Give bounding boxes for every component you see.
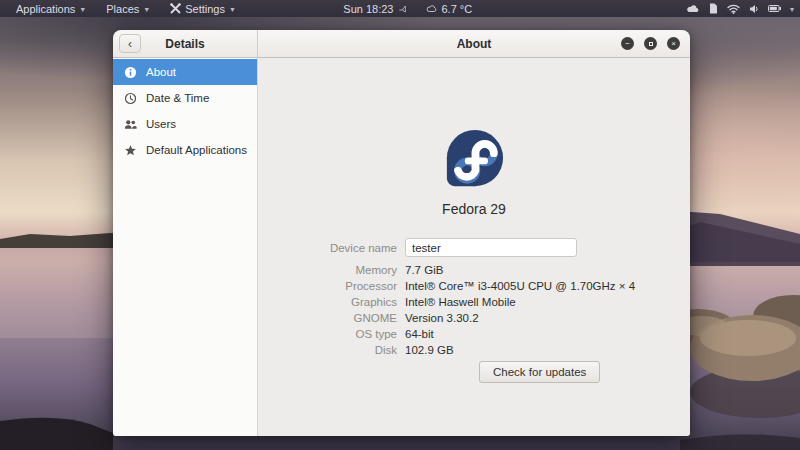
system-tray: ▾ bbox=[687, 0, 794, 17]
battery-icon[interactable] bbox=[768, 5, 781, 12]
field-row-device-name: Device name bbox=[258, 238, 690, 257]
field-row-memory: Memory 7.7 GiB bbox=[258, 264, 690, 276]
sidebar-item-label: Default Applications bbox=[146, 144, 247, 156]
window-controls: − × bbox=[621, 37, 680, 50]
panel-menus: Applications ▼ Places ▼ Settings ▼ bbox=[0, 0, 244, 17]
clock-icon bbox=[123, 91, 137, 105]
sidebar-item-date-time[interactable]: Date & Time bbox=[113, 85, 257, 111]
about-form: Device name Memory 7.7 GiB Processor Int… bbox=[258, 238, 690, 388]
places-menu-label: Places bbox=[106, 3, 139, 15]
field-row-disk: Disk 102.9 GB bbox=[258, 344, 690, 356]
maximize-icon bbox=[649, 42, 653, 46]
field-label: Disk bbox=[258, 344, 405, 356]
settings-menu[interactable]: Settings ▼ bbox=[162, 0, 244, 17]
device-name-input[interactable] bbox=[405, 238, 577, 257]
sidebar-item-label: Date & Time bbox=[146, 92, 209, 104]
cloud-icon[interactable] bbox=[687, 4, 700, 13]
check-for-updates-button[interactable]: Check for updates bbox=[479, 361, 600, 383]
field-row-graphics: Graphics Intel® Haswell Mobile bbox=[258, 296, 690, 308]
weather-applet[interactable]: 6.7 °C bbox=[426, 3, 472, 15]
os-name: Fedora 29 bbox=[442, 201, 506, 217]
caret-down-icon: ▼ bbox=[229, 6, 236, 13]
sidebar-item-default-applications[interactable]: Default Applications bbox=[113, 137, 257, 163]
field-row-os-type: OS type 64-bit bbox=[258, 328, 690, 340]
minimize-button[interactable]: − bbox=[621, 37, 634, 50]
crossed-tools-icon bbox=[170, 3, 181, 14]
star-icon bbox=[123, 143, 137, 157]
applications-menu-label: Applications bbox=[16, 3, 75, 15]
field-value: Version 3.30.2 bbox=[405, 312, 479, 324]
settings-window: ‹ Details About − × About bbox=[113, 30, 690, 436]
field-label: Graphics bbox=[258, 296, 405, 308]
document-icon[interactable] bbox=[709, 3, 718, 14]
field-value: 64-bit bbox=[405, 328, 434, 340]
clock-label: Sun 18:23 bbox=[343, 3, 393, 15]
settings-sidebar: About Date & Time Users Default Applicat… bbox=[113, 58, 258, 436]
field-label: Memory bbox=[258, 264, 405, 276]
caret-down-icon[interactable]: ▾ bbox=[790, 5, 794, 14]
sidebar-item-users[interactable]: Users bbox=[113, 111, 257, 137]
headerbar-main-section: About − × bbox=[258, 30, 690, 57]
field-label: Processor bbox=[258, 280, 405, 292]
close-icon: × bbox=[671, 40, 676, 48]
field-value: 102.9 GB bbox=[405, 344, 454, 356]
field-label: GNOME bbox=[258, 312, 405, 324]
field-value: Intel® Core™ i3-4005U CPU @ 1.70GHz × 4 bbox=[405, 280, 635, 292]
info-circle-icon bbox=[123, 65, 137, 79]
sidebar-item-label: Users bbox=[146, 118, 176, 130]
field-row-processor: Processor Intel® Core™ i3-4005U CPU @ 1.… bbox=[258, 280, 690, 292]
headerbar-sidebar-section: ‹ Details bbox=[113, 30, 258, 57]
applications-menu[interactable]: Applications ▼ bbox=[8, 0, 94, 17]
notification-icon bbox=[398, 4, 407, 13]
top-panel: Applications ▼ Places ▼ Settings ▼ Sun 1… bbox=[0, 0, 800, 17]
volume-icon[interactable] bbox=[749, 4, 759, 14]
headerbar: ‹ Details About − × bbox=[113, 30, 690, 58]
field-row-gnome: GNOME Version 3.30.2 bbox=[258, 312, 690, 324]
field-value: 7.7 GiB bbox=[405, 264, 443, 276]
about-panel: Fedora 29 Device name Memory 7.7 GiB Pro… bbox=[258, 58, 690, 436]
field-value: Intel® Haswell Mobile bbox=[405, 296, 516, 308]
settings-menu-label: Settings bbox=[185, 3, 225, 15]
panel-clock-area[interactable]: Sun 18:23 6.7 °C bbox=[343, 3, 472, 15]
update-row: Check for updates bbox=[258, 361, 690, 383]
caret-down-icon: ▼ bbox=[79, 6, 86, 13]
back-button[interactable]: ‹ bbox=[119, 34, 141, 53]
temperature-label: 6.7 °C bbox=[441, 3, 472, 15]
maximize-button[interactable] bbox=[644, 37, 657, 50]
wifi-icon[interactable] bbox=[727, 4, 740, 14]
field-label: OS type bbox=[258, 328, 405, 340]
sidebar-item-about[interactable]: About bbox=[113, 59, 257, 85]
chevron-left-icon: ‹ bbox=[128, 38, 132, 50]
sidebar-item-label: About bbox=[146, 66, 176, 78]
weather-icon bbox=[426, 4, 437, 13]
minimize-icon: − bbox=[625, 40, 630, 48]
fedora-logo bbox=[443, 128, 505, 190]
caret-down-icon: ▼ bbox=[143, 6, 150, 13]
places-menu[interactable]: Places ▼ bbox=[98, 0, 158, 17]
users-icon bbox=[123, 117, 137, 131]
field-label: Device name bbox=[258, 242, 405, 254]
close-button[interactable]: × bbox=[667, 37, 680, 50]
